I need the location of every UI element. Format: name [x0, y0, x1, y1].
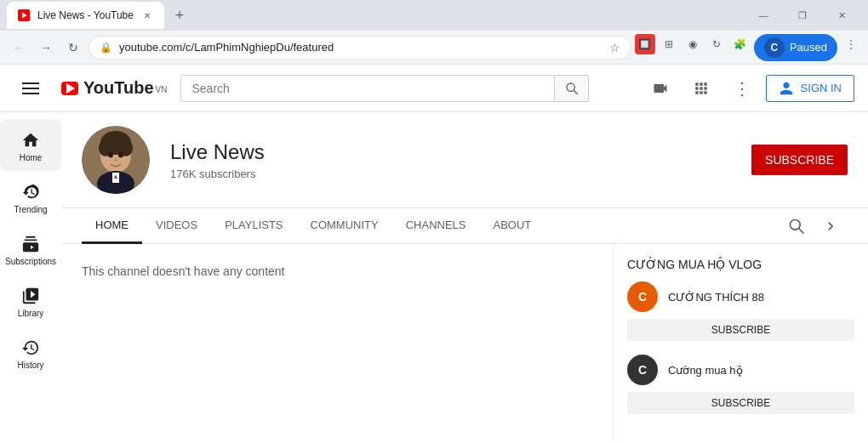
channel-main-content: This channel doesn't have any content [61, 244, 613, 441]
sidebar-item-library[interactable]: Library [0, 275, 61, 327]
featured-section-title: CƯỜNG MUA HỘ VLOG [627, 258, 854, 271]
svg-rect-4 [22, 93, 39, 94]
paused-avatar: C [764, 37, 785, 58]
channel-nav-more[interactable] [814, 209, 848, 243]
youtube-body: Home Trending Subscriptions Library Hist… [0, 112, 868, 443]
browser-controls: ← → ↻ 🔒 youtube.com/c/LamPhimNghiepDu/fe… [0, 31, 868, 65]
svg-line-19 [799, 228, 804, 233]
svg-rect-3 [22, 88, 39, 89]
svg-point-13 [118, 152, 123, 158]
sign-in-label: SIGN IN [801, 82, 842, 94]
tab-favicon [17, 9, 31, 22]
youtube-app: YouTubeVN ⋮ SIGN IN [0, 65, 868, 443]
close-button[interactable]: ✕ [822, 2, 861, 29]
sidebar-history-label: History [17, 361, 43, 370]
no-content-message: This channel doesn't have any content [82, 264, 285, 278]
forward-button[interactable]: → [34, 36, 58, 60]
featured-channel-2: C Cường mua hộ SUBSCRIBE [627, 355, 854, 414]
tab-channels[interactable]: CHANNELS [392, 208, 480, 244]
channel-name: Live News [170, 140, 731, 164]
ext-icon-3[interactable]: ◉ [682, 34, 703, 54]
bookmark-icon: ☆ [609, 41, 620, 54]
featured-channel-item-1: C CƯỜNG THÍCH 88 [627, 281, 854, 312]
youtube-logo-text: YouTube [83, 78, 154, 98]
channel-avatar-image [82, 126, 150, 194]
sidebar-item-home[interactable]: Home [0, 119, 61, 171]
new-tab-button[interactable]: + [168, 3, 191, 27]
featured-avatar-1: C [627, 281, 658, 312]
tab-playlists[interactable]: PLAYLISTS [211, 208, 296, 244]
channel-header: Live News 176K subscribers SUBSCRIBE [61, 112, 868, 208]
subscribe-button[interactable]: SUBSCRIBE [751, 145, 848, 175]
sidebar-item-subscriptions[interactable]: Subscriptions [0, 223, 61, 275]
tab-close-btn[interactable]: ✕ [140, 9, 154, 22]
sidebar-item-trending[interactable]: Trending [0, 171, 61, 223]
paused-label: Paused [790, 41, 827, 54]
svg-point-5 [567, 83, 574, 91]
back-button[interactable]: ← [7, 36, 31, 60]
apps-button[interactable] [684, 71, 718, 105]
tab-community[interactable]: COMMUNITY [297, 208, 392, 244]
youtube-play-icon [66, 83, 75, 94]
search-container [180, 75, 589, 102]
sidebar-library-label: Library [18, 309, 44, 318]
featured-avatar-2: C [627, 355, 658, 385]
channel-avatar [82, 126, 150, 194]
youtube-logo[interactable]: YouTubeVN [61, 78, 167, 98]
more-options-icon[interactable]: ⋮ [841, 34, 861, 54]
channel-nav: HOME VIDEOS PLAYLISTS COMMUNITY CHANNELS… [61, 208, 868, 244]
svg-point-18 [791, 219, 801, 230]
channel-search-icon[interactable] [779, 209, 814, 243]
menu-button[interactable] [14, 71, 48, 105]
create-button[interactable] [643, 71, 677, 105]
search-bar[interactable] [180, 75, 555, 102]
youtube-header: YouTubeVN ⋮ SIGN IN [0, 65, 868, 112]
channel-info: Live News 176K subscribers [170, 140, 731, 180]
maximize-button[interactable]: ❐ [783, 2, 822, 29]
channel-subscribers: 176K subscribers [170, 168, 731, 180]
featured-subscribe-btn-2[interactable]: SUBSCRIBE [627, 392, 854, 414]
svg-point-14 [114, 159, 117, 162]
ext-icon-2[interactable]: ⊞ [659, 34, 679, 54]
search-input[interactable] [181, 76, 554, 101]
refresh-button[interactable]: ↻ [61, 36, 85, 60]
active-tab[interactable]: Live News - YouTube ✕ [7, 2, 164, 29]
ext-icon-5[interactable]: 🧩 [730, 34, 751, 54]
svg-rect-2 [22, 82, 39, 84]
lock-icon: 🔒 [100, 42, 112, 54]
featured-channel-name-2: Cường mua hộ [668, 364, 743, 377]
channel-sidebar-right: CƯỜNG MUA HỘ VLOG C CƯỜNG THÍCH 88 SUBSC… [613, 244, 868, 441]
tab-bar: Live News - YouTube ✕ + — ❐ ✕ [0, 0, 868, 31]
browser-action-icons: 🔲 ⊞ ◉ ↻ 🧩 C Paused ⋮ [635, 34, 861, 61]
featured-subscribe-btn-1[interactable]: SUBSCRIBE [627, 319, 854, 341]
youtube-logo-icon [61, 82, 78, 95]
more-button[interactable]: ⋮ [725, 71, 759, 105]
youtube-sidebar: Home Trending Subscriptions Library Hist… [0, 112, 61, 443]
svg-point-12 [108, 152, 113, 158]
sidebar-item-history[interactable]: History [0, 327, 61, 378]
featured-channel-name-1: CƯỜNG THÍCH 88 [668, 291, 764, 304]
sidebar-subscriptions-label: Subscriptions [5, 257, 56, 266]
youtube-logo-country: VN [156, 85, 168, 94]
youtube-main: Live News 176K subscribers SUBSCRIBE HOM… [61, 112, 868, 443]
header-actions: ⋮ SIGN IN [643, 71, 854, 105]
featured-channel-item-2: C Cường mua hộ [627, 355, 854, 385]
svg-line-6 [574, 90, 578, 94]
minimize-button[interactable]: — [744, 2, 783, 29]
search-button[interactable] [555, 75, 589, 102]
ext-icon-1[interactable]: 🔲 [635, 34, 655, 54]
sign-in-button[interactable]: SIGN IN [766, 75, 854, 102]
tab-about[interactable]: ABOUT [480, 208, 545, 244]
address-text: youtube.com/c/LamPhimNghiepDu/featured [119, 41, 602, 54]
browser-chrome: Live News - YouTube ✕ + — ❐ ✕ ← → ↻ 🔒 yo… [0, 0, 868, 65]
sidebar-home-label: Home [20, 153, 43, 162]
tab-title: Live News - YouTube [37, 9, 134, 21]
tab-home[interactable]: HOME [82, 208, 142, 244]
tab-videos[interactable]: VIDEOS [142, 208, 211, 244]
channel-content: This channel doesn't have any content CƯ… [61, 244, 868, 441]
ext-icon-4[interactable]: ↻ [706, 34, 727, 54]
paused-badge[interactable]: C Paused [754, 34, 837, 61]
sidebar-trending-label: Trending [14, 205, 47, 214]
featured-channel-1: C CƯỜNG THÍCH 88 SUBSCRIBE [627, 281, 854, 341]
address-bar[interactable]: 🔒 youtube.com/c/LamPhimNghiepDu/featured… [89, 36, 631, 60]
